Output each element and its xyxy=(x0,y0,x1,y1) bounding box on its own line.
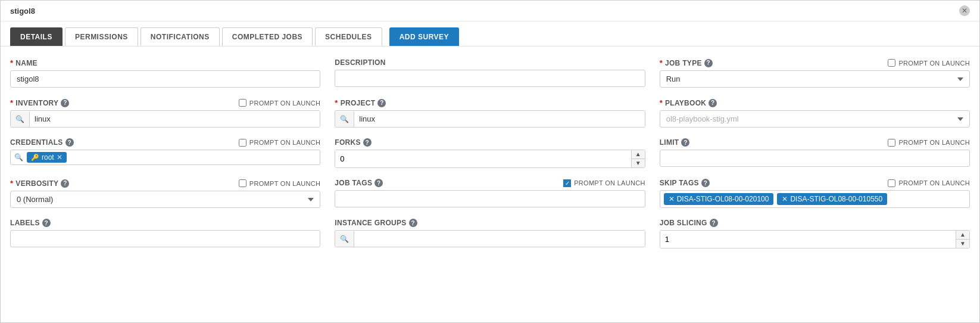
project-label-text: PROJECT xyxy=(341,99,376,107)
playbook-select[interactable]: ol8-playbook-stig.yml xyxy=(660,110,970,128)
form-row-5: LABELS ? INSTANCE GROUPS ? 🔍 JO xyxy=(10,219,970,249)
limit-label-text: LIMIT xyxy=(660,138,679,147)
description-group: DESCRIPTION xyxy=(335,58,645,88)
instance-groups-help-icon[interactable]: ? xyxy=(409,219,417,227)
playbook-required-star: * xyxy=(660,98,663,107)
credentials-prompt-checkbox[interactable] xyxy=(239,139,246,147)
project-label: * PROJECT ? xyxy=(335,98,645,107)
skip-tag-1-remove[interactable]: ✕ xyxy=(669,195,675,203)
credential-tag-remove[interactable]: ✕ xyxy=(57,153,63,162)
limit-input[interactable] xyxy=(660,150,970,167)
playbook-group: * PLAYBOOK ? ol8-playbook-stig.yml xyxy=(660,98,970,128)
project-search-button[interactable]: 🔍 xyxy=(335,111,354,127)
inventory-help-icon[interactable]: ? xyxy=(61,99,69,107)
forks-spin-buttons: ▲ ▼ xyxy=(631,150,645,167)
job-type-help-icon[interactable]: ? xyxy=(704,59,713,67)
job-type-select[interactable]: Run Check xyxy=(660,70,970,88)
credentials-label-text: CREDENTIALS xyxy=(10,138,63,147)
job-slicing-label-text: JOB SLICING xyxy=(660,219,707,227)
verbosity-required-star: * xyxy=(10,179,13,188)
instance-groups-label-text: INSTANCE GROUPS xyxy=(335,219,406,227)
credentials-search-icon[interactable]: 🔍 xyxy=(14,153,23,162)
credential-tag-icon: 🔑 xyxy=(31,154,39,162)
limit-prompt-on-launch: PROMPT ON LAUNCH xyxy=(888,139,970,147)
limit-help-icon[interactable]: ? xyxy=(681,138,689,147)
job-slicing-increment-button[interactable]: ▲ xyxy=(956,231,969,240)
inventory-prompt-on-launch: PROMPT ON LAUNCH xyxy=(239,99,321,107)
inventory-label-text: INVENTORY xyxy=(15,99,58,107)
playbook-help-icon[interactable]: ? xyxy=(709,99,717,107)
skip-tags-help-icon[interactable]: ? xyxy=(701,179,710,187)
instance-groups-text-input[interactable] xyxy=(354,231,644,247)
limit-prompt-checkbox[interactable] xyxy=(888,139,895,147)
verbosity-select-wrapper: 0 (Normal) 1 (Verbose) 2 (More Verbose) … xyxy=(10,191,320,208)
skip-tags-prompt-checkbox[interactable] xyxy=(888,179,895,187)
credentials-help-icon[interactable]: ? xyxy=(65,138,74,147)
skip-tag-1: ✕ DISA-STIG-OL08-00-020100 xyxy=(664,193,774,205)
labels-group: LABELS ? xyxy=(10,219,320,249)
project-search-input: 🔍 xyxy=(335,110,645,128)
job-type-select-wrapper: Run Check xyxy=(660,70,970,88)
verbosity-label-text: VERBOSITY xyxy=(15,179,58,188)
inventory-prompt-checkbox[interactable] xyxy=(239,99,246,107)
verbosity-select[interactable]: 0 (Normal) 1 (Verbose) 2 (More Verbose) … xyxy=(10,191,320,208)
job-slicing-input[interactable] xyxy=(660,231,956,248)
project-text-input[interactable] xyxy=(354,111,644,127)
forks-input-wrapper: ▲ ▼ xyxy=(335,150,645,168)
tab-completed-jobs[interactable]: COMPLETED JOBS xyxy=(222,27,313,46)
description-input[interactable] xyxy=(335,70,645,87)
credentials-input-field[interactable]: 🔍 🔑 root ✕ xyxy=(10,150,320,165)
inventory-label: * INVENTORY ? PROMPT ON LAUNCH xyxy=(10,98,320,107)
skip-tag-2-remove[interactable]: ✕ xyxy=(782,195,788,203)
forks-input[interactable] xyxy=(335,150,631,167)
tab-details[interactable]: DETAILS xyxy=(10,27,63,46)
labels-help-icon[interactable]: ? xyxy=(42,219,51,227)
tab-notifications[interactable]: NOTIFICATIONS xyxy=(141,27,220,46)
forks-label: FORKS ? xyxy=(335,138,645,147)
tab-permissions[interactable]: PERMISSIONS xyxy=(65,27,138,46)
project-group: * PROJECT ? 🔍 xyxy=(335,98,645,128)
job-slicing-decrement-button[interactable]: ▼ xyxy=(956,240,969,248)
forks-label-text: FORKS xyxy=(335,138,361,147)
limit-group: LIMIT ? PROMPT ON LAUNCH xyxy=(660,138,970,168)
name-required-star: * xyxy=(10,58,13,67)
job-tags-input[interactable] xyxy=(335,190,645,207)
labels-label: LABELS ? xyxy=(10,219,320,227)
form-row-3: CREDENTIALS ? PROMPT ON LAUNCH 🔍 🔑 root … xyxy=(10,138,970,168)
job-slicing-help-icon[interactable]: ? xyxy=(710,219,718,227)
job-type-label: * JOB TYPE ? PROMPT ON LAUNCH xyxy=(660,58,970,67)
verbosity-prompt-checkbox[interactable] xyxy=(239,179,246,187)
job-tags-label: JOB TAGS ? ✓ PROMPT ON LAUNCH xyxy=(335,179,645,187)
forks-help-icon[interactable]: ? xyxy=(363,138,372,147)
tab-add-survey[interactable]: ADD SURVEY xyxy=(389,27,459,46)
verbosity-label: * VERBOSITY ? PROMPT ON LAUNCH xyxy=(10,179,320,188)
instance-groups-search-input: 🔍 xyxy=(335,230,645,247)
job-type-required-star: * xyxy=(660,58,663,67)
window-title: stigol8 xyxy=(10,7,35,15)
playbook-select-wrapper: ol8-playbook-stig.yml xyxy=(660,110,970,128)
name-label-text: NAME xyxy=(15,59,38,67)
forks-increment-button[interactable]: ▲ xyxy=(632,150,645,159)
skip-tag-1-text: DISA-STIG-OL08-00-020100 xyxy=(677,195,769,203)
close-button[interactable]: ✕ xyxy=(959,5,970,16)
labels-input[interactable] xyxy=(10,230,320,247)
verbosity-help-icon[interactable]: ? xyxy=(61,179,69,188)
name-label: * NAME xyxy=(10,58,320,67)
name-input[interactable] xyxy=(10,70,320,88)
tab-schedules[interactable]: SCHEDULES xyxy=(315,27,382,46)
inventory-text-input[interactable] xyxy=(30,111,320,127)
labels-label-text: LABELS xyxy=(10,219,40,227)
credentials-prompt-on-launch: PROMPT ON LAUNCH xyxy=(239,139,321,147)
instance-groups-group: INSTANCE GROUPS ? 🔍 xyxy=(335,219,645,249)
job-tags-prompt-checkbox[interactable]: ✓ xyxy=(563,179,571,187)
skip-tag-2-text: DISA-STIG-OL08-00-010550 xyxy=(790,195,882,203)
inventory-search-input: 🔍 xyxy=(10,110,320,128)
credential-tag-text: root xyxy=(42,153,54,162)
inventory-search-button[interactable]: 🔍 xyxy=(11,111,30,127)
job-type-prompt-checkbox[interactable] xyxy=(888,59,895,67)
instance-groups-search-button[interactable]: 🔍 xyxy=(335,231,354,247)
project-help-icon[interactable]: ? xyxy=(377,99,386,107)
form-row-4: * VERBOSITY ? PROMPT ON LAUNCH 0 (Normal… xyxy=(10,179,970,208)
job-tags-help-icon[interactable]: ? xyxy=(374,179,383,187)
forks-decrement-button[interactable]: ▼ xyxy=(632,159,645,167)
